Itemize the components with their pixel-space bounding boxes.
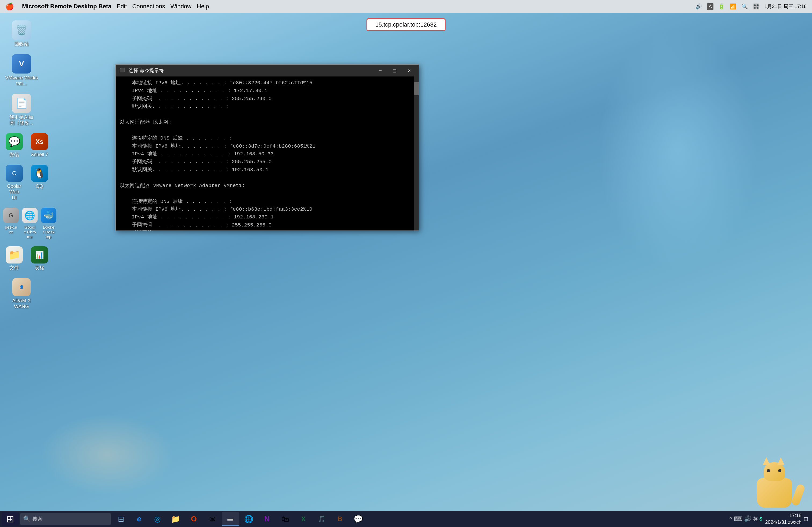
icon-qq[interactable]: 🐧 QQ: [28, 163, 51, 203]
cpolar-icon: C: [6, 165, 23, 182]
taskbar-bear-button[interactable]: B: [331, 512, 349, 526]
ie-icon: e: [137, 515, 141, 523]
input-method-icon[interactable]: A: [707, 3, 713, 10]
taskbar-wechat-button[interactable]: 💬: [350, 512, 367, 526]
edit-menu[interactable]: Edit: [117, 3, 127, 10]
chrome-taskbar-icon: 🌐: [244, 515, 253, 524]
search-box[interactable]: 🔍 搜索: [20, 513, 111, 525]
taskbar-mail-button[interactable]: ✉: [204, 512, 221, 526]
cat-eye-right: [778, 469, 781, 472]
chrome-icon: 🌐: [22, 208, 38, 223]
taskbar-edge-button[interactable]: ◎: [149, 512, 166, 526]
taskbar-ie-button[interactable]: e: [130, 512, 148, 526]
icon-adam-wang[interactable]: 👤 ADAM XWANG: [3, 276, 40, 312]
file-label: 文件: [10, 265, 19, 271]
icon-vmware[interactable]: V VMware Workstati...: [3, 52, 40, 89]
icon-docker[interactable]: 🐳 Docker Desktop: [40, 206, 57, 241]
taskbar-store-button[interactable]: 🛍: [277, 512, 294, 526]
desktop-icons-container: 🗑️ 回收站 V VMware Workstati... 📄 我不是AI加咧（修…: [0, 13, 54, 511]
cmd-close-button[interactable]: ×: [403, 66, 416, 75]
taskbar: ⊞ 🔍 搜索 ⊟ e ◎ 📁 O ✉ ▬ 🌐 N 🛍 X 🎵 B: [0, 511, 812, 527]
connections-menu[interactable]: Connections: [132, 3, 165, 10]
taskbar-excel-button[interactable]: X: [295, 512, 312, 526]
cmd-body: 本地链接 IPv6 地址. . . . . . . : fe80::3220:4…: [116, 76, 419, 230]
icon-row-cpolar-qq: C Cpolar WebUI 🐧 QQ: [3, 163, 51, 203]
help-menu[interactable]: Help: [197, 3, 209, 10]
taskbar-explorer-button[interactable]: 📁: [167, 512, 184, 526]
docker-label: Docker Desktop: [42, 225, 55, 239]
icon-excel[interactable]: 📊 表格: [28, 244, 51, 273]
excel-label: 表格: [35, 265, 44, 271]
taskbar-office-button[interactable]: O: [185, 512, 202, 526]
chrome-label: Google Chrome: [24, 225, 36, 239]
ime-icon[interactable]: S: [759, 516, 763, 522]
wechat-taskbar-icon: 💬: [354, 515, 363, 524]
cmd-scrollbar[interactable]: [414, 76, 419, 230]
cmd-maximize-button[interactable]: □: [388, 66, 402, 75]
cat-eye-left: [767, 469, 770, 472]
window-menu[interactable]: Window: [171, 3, 191, 10]
icon-geek[interactable]: G geek.exe: [3, 206, 19, 241]
clock-time: 17:18: [765, 512, 801, 519]
datetime-display: 1月31日 周三 17:18: [765, 3, 807, 10]
search-magnifier-icon: 🔍: [23, 515, 30, 523]
speaker-icon[interactable]: 🔊: [744, 515, 751, 523]
task-view-button[interactable]: ⊟: [112, 512, 129, 526]
adam-wang-label: ADAM XWANG: [12, 298, 31, 310]
icon-row-file-excel: 📁 文件 📊 表格: [3, 244, 51, 273]
cmd-icon: ▬: [228, 515, 233, 522]
cmd-title: 选择 命令提示符: [129, 67, 415, 74]
vmware-icon: V: [12, 54, 31, 74]
cmd-window: ⬛ 选择 命令提示符 − □ × 本地链接 IPv6 地址. . . . . .…: [115, 64, 419, 231]
action-center-icon[interactable]: □: [804, 515, 808, 523]
geek-icon: G: [3, 208, 19, 223]
task-view-icon: ⊟: [118, 515, 124, 524]
taskbar-cmd-button[interactable]: ▬: [222, 512, 239, 526]
search-icon[interactable]: 🔍: [741, 3, 748, 10]
icon-chrome[interactable]: 🌐 Google Chrome: [21, 206, 38, 241]
icon-xshell[interactable]: Xs Xshell 7: [28, 131, 51, 160]
battery-icon[interactable]: 🔋: [718, 3, 725, 10]
control-center-icon[interactable]: 🎛️: [753, 3, 760, 10]
file-icon: 📁: [6, 246, 23, 264]
adam-wang-icon: 👤: [12, 278, 31, 296]
tray-expand-icon[interactable]: ^: [729, 515, 732, 523]
taskbar-clock[interactable]: 17:18 2024/1/31 zwxch: [765, 512, 801, 526]
connection-address-text: 15.tcp.cpolar.top:12632: [375, 21, 437, 28]
taskbar-chrome-button[interactable]: 🌐: [240, 512, 257, 526]
apple-menu[interactable]: 🍎: [5, 2, 14, 11]
taskbar-netease-button[interactable]: 🎵: [313, 512, 330, 526]
cmd-titlebar: ⬛ 选择 命令提示符 − □ ×: [116, 65, 419, 76]
explorer-icon: 📁: [171, 515, 180, 524]
icon-cpolar[interactable]: C Cpolar WebUI: [3, 163, 26, 203]
wechat-label: 微信: [10, 152, 19, 158]
store-icon: 🛍: [281, 515, 289, 524]
cat-body: [757, 478, 792, 508]
app-name-menu[interactable]: Microsoft Remote Desktop Beta: [22, 3, 112, 10]
wifi-icon[interactable]: 📶: [730, 3, 737, 10]
icon-ai-note[interactable]: 📄 我不是AI加咧（修改...: [3, 91, 40, 128]
cmd-window-controls: − □ ×: [374, 66, 416, 75]
mail-icon: ✉: [209, 515, 215, 524]
connection-address-box: 15.tcp.cpolar.top:12632: [366, 18, 446, 31]
cmd-window-icon: ⬛: [119, 67, 126, 74]
icon-wechat[interactable]: 💬 微信: [3, 131, 26, 160]
cmd-output[interactable]: 本地链接 IPv6 地址. . . . . . . : fe80::3220:4…: [116, 76, 414, 230]
geek-label: geek.exe: [5, 225, 17, 235]
input-lang-text[interactable]: 英: [753, 516, 758, 522]
icon-file[interactable]: 📁 文件: [3, 244, 26, 273]
windows-logo-icon: ⊞: [6, 514, 14, 524]
qq-icon: 🐧: [31, 165, 48, 182]
cmd-scroll-thumb[interactable]: [414, 82, 419, 95]
netease-icon: 🎵: [318, 515, 326, 523]
ai-note-icon: 📄: [12, 94, 31, 113]
vmware-label: VMware Workstati...: [5, 75, 38, 87]
start-button[interactable]: ⊞: [2, 512, 19, 526]
icon-recycle[interactable]: 🗑️ 回收站: [3, 18, 40, 49]
mac-menubar: 🍎 Microsoft Remote Desktop Beta Edit Con…: [0, 0, 812, 13]
cmd-minimize-button[interactable]: −: [374, 66, 387, 75]
xshell-label: Xshell 7: [31, 152, 48, 158]
taskbar-onenote-button[interactable]: N: [258, 512, 276, 526]
volume-icon[interactable]: 🔊: [695, 3, 702, 10]
keyboard-icon[interactable]: ⌨: [734, 515, 742, 523]
